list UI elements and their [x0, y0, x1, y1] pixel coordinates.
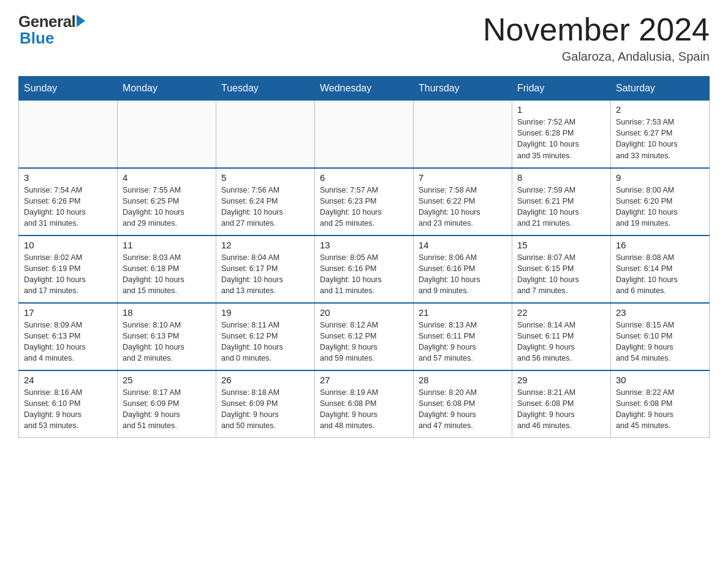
day-number: 29 [517, 375, 605, 385]
calendar-header-thursday: Thursday [414, 77, 512, 101]
day-number: 13 [320, 240, 408, 250]
day-info: Sunrise: 8:21 AM Sunset: 6:08 PM Dayligh… [517, 387, 605, 432]
day-number: 23 [616, 307, 704, 318]
calendar-cell: 20Sunrise: 8:12 AM Sunset: 6:12 PM Dayli… [315, 303, 414, 370]
day-number: 21 [419, 307, 507, 318]
calendar-cell [414, 101, 512, 168]
calendar-cell: 4Sunrise: 7:55 AM Sunset: 6:25 PM Daylig… [118, 168, 216, 236]
calendar-cell: 11Sunrise: 8:03 AM Sunset: 6:18 PM Dayli… [118, 236, 216, 303]
calendar-cell [315, 101, 414, 168]
day-info: Sunrise: 8:19 AM Sunset: 6:08 PM Dayligh… [320, 387, 408, 432]
calendar-cell: 10Sunrise: 8:02 AM Sunset: 6:19 PM Dayli… [19, 236, 118, 303]
day-number: 11 [123, 240, 211, 250]
calendar-cell: 14Sunrise: 8:06 AM Sunset: 6:16 PM Dayli… [414, 236, 512, 303]
day-info: Sunrise: 7:59 AM Sunset: 6:21 PM Dayligh… [517, 185, 605, 229]
logo: General Blue [18, 12, 85, 48]
day-info: Sunrise: 8:20 AM Sunset: 6:08 PM Dayligh… [419, 387, 507, 432]
calendar-cell: 8Sunrise: 7:59 AM Sunset: 6:21 PM Daylig… [512, 168, 611, 236]
calendar-cell [216, 101, 315, 168]
day-number: 6 [320, 172, 408, 183]
calendar-cell: 22Sunrise: 8:14 AM Sunset: 6:11 PM Dayli… [512, 303, 611, 370]
calendar-header-sunday: Sunday [19, 77, 118, 101]
logo-blue-text: Blue [20, 29, 54, 48]
day-info: Sunrise: 8:03 AM Sunset: 6:18 PM Dayligh… [123, 252, 211, 297]
day-info: Sunrise: 8:00 AM Sunset: 6:20 PM Dayligh… [616, 185, 704, 229]
calendar-table: SundayMondayTuesdayWednesdayThursdayFrid… [18, 76, 710, 438]
day-info: Sunrise: 8:09 AM Sunset: 6:13 PM Dayligh… [24, 320, 112, 364]
calendar-cell: 19Sunrise: 8:11 AM Sunset: 6:12 PM Dayli… [216, 303, 315, 370]
month-title: November 2024 [483, 12, 710, 47]
day-info: Sunrise: 8:10 AM Sunset: 6:13 PM Dayligh… [123, 320, 211, 364]
calendar-cell: 23Sunrise: 8:15 AM Sunset: 6:10 PM Dayli… [611, 303, 710, 370]
day-info: Sunrise: 8:17 AM Sunset: 6:09 PM Dayligh… [123, 387, 211, 432]
day-info: Sunrise: 7:57 AM Sunset: 6:23 PM Dayligh… [320, 185, 408, 229]
day-number: 2 [616, 104, 704, 115]
day-info: Sunrise: 8:13 AM Sunset: 6:11 PM Dayligh… [419, 320, 507, 364]
day-info: Sunrise: 7:56 AM Sunset: 6:24 PM Dayligh… [221, 185, 309, 229]
day-info: Sunrise: 8:11 AM Sunset: 6:12 PM Dayligh… [221, 320, 309, 364]
day-info: Sunrise: 8:18 AM Sunset: 6:09 PM Dayligh… [221, 387, 309, 432]
day-number: 14 [419, 240, 507, 250]
day-info: Sunrise: 7:58 AM Sunset: 6:22 PM Dayligh… [419, 185, 507, 229]
day-info: Sunrise: 8:12 AM Sunset: 6:12 PM Dayligh… [320, 320, 408, 364]
day-info: Sunrise: 8:16 AM Sunset: 6:10 PM Dayligh… [24, 387, 112, 432]
calendar-cell: 7Sunrise: 7:58 AM Sunset: 6:22 PM Daylig… [414, 168, 512, 236]
calendar-cell: 25Sunrise: 8:17 AM Sunset: 6:09 PM Dayli… [118, 370, 216, 438]
calendar-header-saturday: Saturday [611, 77, 710, 101]
day-info: Sunrise: 8:07 AM Sunset: 6:15 PM Dayligh… [517, 252, 605, 297]
day-number: 3 [24, 172, 112, 183]
calendar-cell: 9Sunrise: 8:00 AM Sunset: 6:20 PM Daylig… [611, 168, 710, 236]
day-info: Sunrise: 8:14 AM Sunset: 6:11 PM Dayligh… [517, 320, 605, 364]
calendar-cell: 26Sunrise: 8:18 AM Sunset: 6:09 PM Dayli… [216, 370, 315, 438]
day-info: Sunrise: 8:15 AM Sunset: 6:10 PM Dayligh… [616, 320, 704, 364]
calendar-header-tuesday: Tuesday [216, 77, 315, 101]
calendar-week-row: 1Sunrise: 7:52 AM Sunset: 6:28 PM Daylig… [19, 101, 710, 168]
location-text: Galaroza, Andalusia, Spain [483, 50, 710, 64]
day-number: 25 [123, 375, 211, 385]
day-number: 7 [419, 172, 507, 183]
day-number: 24 [24, 375, 112, 385]
day-info: Sunrise: 8:04 AM Sunset: 6:17 PM Dayligh… [221, 252, 309, 297]
day-number: 15 [517, 240, 605, 250]
calendar-cell: 28Sunrise: 8:20 AM Sunset: 6:08 PM Dayli… [414, 370, 512, 438]
calendar-cell: 29Sunrise: 8:21 AM Sunset: 6:08 PM Dayli… [512, 370, 611, 438]
calendar-cell: 12Sunrise: 8:04 AM Sunset: 6:17 PM Dayli… [216, 236, 315, 303]
day-info: Sunrise: 8:22 AM Sunset: 6:08 PM Dayligh… [616, 387, 704, 432]
calendar-cell: 21Sunrise: 8:13 AM Sunset: 6:11 PM Dayli… [414, 303, 512, 370]
day-number: 16 [616, 240, 704, 250]
calendar-week-row: 17Sunrise: 8:09 AM Sunset: 6:13 PM Dayli… [19, 303, 710, 370]
day-number: 17 [24, 307, 112, 318]
calendar-cell: 6Sunrise: 7:57 AM Sunset: 6:23 PM Daylig… [315, 168, 414, 236]
calendar-week-row: 3Sunrise: 7:54 AM Sunset: 6:26 PM Daylig… [19, 168, 710, 236]
day-info: Sunrise: 8:06 AM Sunset: 6:16 PM Dayligh… [419, 252, 507, 297]
day-info: Sunrise: 8:05 AM Sunset: 6:16 PM Dayligh… [320, 252, 408, 297]
calendar-cell: 16Sunrise: 8:08 AM Sunset: 6:14 PM Dayli… [611, 236, 710, 303]
calendar-cell: 13Sunrise: 8:05 AM Sunset: 6:16 PM Dayli… [315, 236, 414, 303]
day-number: 20 [320, 307, 408, 318]
day-number: 28 [419, 375, 507, 385]
day-number: 22 [517, 307, 605, 318]
calendar-header-row: SundayMondayTuesdayWednesdayThursdayFrid… [19, 77, 710, 101]
calendar-cell [19, 101, 118, 168]
day-info: Sunrise: 8:08 AM Sunset: 6:14 PM Dayligh… [616, 252, 704, 297]
day-number: 26 [221, 375, 309, 385]
day-number: 4 [123, 172, 211, 183]
day-number: 19 [221, 307, 309, 318]
title-block: November 2024 Galaroza, Andalusia, Spain [483, 12, 710, 64]
day-number: 1 [517, 104, 605, 115]
day-number: 9 [616, 172, 704, 183]
day-info: Sunrise: 7:52 AM Sunset: 6:28 PM Dayligh… [517, 117, 605, 161]
day-number: 8 [517, 172, 605, 183]
day-info: Sunrise: 7:54 AM Sunset: 6:26 PM Dayligh… [24, 185, 112, 229]
day-info: Sunrise: 8:02 AM Sunset: 6:19 PM Dayligh… [24, 252, 112, 297]
calendar-cell: 15Sunrise: 8:07 AM Sunset: 6:15 PM Dayli… [512, 236, 611, 303]
calendar-cell [118, 101, 216, 168]
day-number: 18 [123, 307, 211, 318]
calendar-header-friday: Friday [512, 77, 611, 101]
calendar-header-monday: Monday [118, 77, 216, 101]
calendar-cell: 2Sunrise: 7:53 AM Sunset: 6:27 PM Daylig… [611, 101, 710, 168]
logo-triangle-icon [77, 15, 85, 27]
day-number: 27 [320, 375, 408, 385]
calendar-week-row: 24Sunrise: 8:16 AM Sunset: 6:10 PM Dayli… [19, 370, 710, 438]
calendar-cell: 1Sunrise: 7:52 AM Sunset: 6:28 PM Daylig… [512, 101, 611, 168]
